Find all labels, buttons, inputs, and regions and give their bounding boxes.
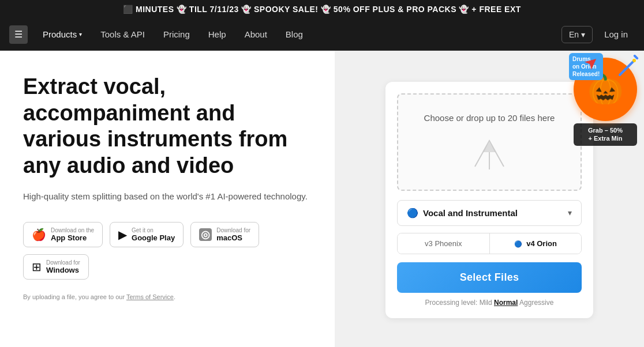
sparkle-icon bbox=[617, 55, 640, 78]
windows-name: Windows bbox=[46, 266, 80, 274]
chevron-down-icon: ▾ bbox=[568, 208, 572, 217]
tab-v4[interactable]: 🔵 v4 Orion bbox=[489, 233, 582, 254]
drop-zone[interactable]: Choose or drop up to 20 files here bbox=[397, 93, 582, 191]
google-play-icon: ▶ bbox=[118, 228, 127, 242]
drop-zone-text: Choose or drop up to 20 files here bbox=[424, 112, 555, 125]
svg-point-3 bbox=[632, 59, 636, 62]
app-store-label: Download on the bbox=[51, 227, 94, 233]
select-files-button[interactable]: Select Files bbox=[397, 262, 582, 293]
macos-button[interactable]: ◎ Download for macOS bbox=[190, 222, 259, 247]
hero-section: Extract vocal, accompaniment and various… bbox=[0, 51, 335, 347]
processing-prefix: Processing level: bbox=[425, 299, 478, 307]
chevron-down-icon: ▾ bbox=[581, 30, 585, 39]
google-play-label: Get it on bbox=[132, 227, 175, 233]
hero-title: Extract vocal, accompaniment and various… bbox=[23, 74, 312, 179]
app-store-button[interactable]: 🍎 Download on the App Store bbox=[23, 222, 103, 247]
nav-tools[interactable]: Tools & API bbox=[92, 25, 153, 44]
navbar: ☰ Products ▾ Tools & API Pricing Help Ab… bbox=[0, 18, 644, 51]
google-play-button[interactable]: ▶ Get it on Google Play bbox=[110, 222, 184, 247]
promo-widget[interactable]: Drums on Orion Released! 🎃 Grab – 50% + … bbox=[574, 58, 637, 146]
apple-icon: 🍎 bbox=[32, 228, 46, 242]
right-panel: Choose or drop up to 20 files here 🔵 Voc… bbox=[335, 51, 644, 347]
macos-icon: ◎ bbox=[199, 228, 212, 241]
nav-blog[interactable]: Blog bbox=[278, 25, 311, 44]
windows-icon: ⊞ bbox=[32, 260, 42, 274]
nav-products[interactable]: Products ▾ bbox=[35, 25, 90, 44]
terms-text: By uploading a file, you agree to our Te… bbox=[23, 293, 312, 300]
windows-button[interactable]: ⊞ Download for Windows bbox=[23, 254, 89, 280]
macos-label: Download for bbox=[216, 227, 250, 233]
tab-v4-label: v4 Orion bbox=[526, 239, 557, 248]
banner-text: ⬛ MINUTES 👻 TILL 7/11/23 👻 SPOOKY SALE! … bbox=[123, 5, 521, 14]
login-button[interactable]: Log in bbox=[597, 26, 635, 43]
model-label: Vocal and Instrumental bbox=[423, 208, 518, 218]
google-play-name: Google Play bbox=[132, 233, 175, 242]
navbar-left: ☰ Products ▾ Tools & API Pricing Help Ab… bbox=[9, 25, 311, 44]
upload-card: Choose or drop up to 20 files here 🔵 Voc… bbox=[385, 82, 593, 318]
processing-normal[interactable]: Normal bbox=[494, 299, 518, 307]
app-store-name: App Store bbox=[51, 233, 94, 242]
upload-icon-container bbox=[472, 132, 507, 172]
chevron-down-icon: ▾ bbox=[79, 31, 82, 37]
hero-subtitle: High-quality stem splitting based on the… bbox=[23, 190, 312, 203]
promo-cta: Grab – 50% + Extra Min bbox=[574, 123, 637, 146]
tab-v3-label: v3 Phoenix bbox=[425, 239, 462, 248]
nav-pricing[interactable]: Pricing bbox=[155, 25, 198, 44]
language-selector[interactable]: En ▾ bbox=[561, 26, 593, 43]
processing-levels: Processing level: Mild Normal Aggressive bbox=[397, 299, 582, 307]
promo-banner: ⬛ MINUTES 👻 TILL 7/11/23 👻 SPOOKY SALE! … bbox=[0, 0, 644, 18]
main-content: Extract vocal, accompaniment and various… bbox=[0, 51, 644, 347]
terms-link[interactable]: Terms of Service bbox=[126, 293, 174, 300]
tab-v3[interactable]: v3 Phoenix bbox=[398, 233, 489, 254]
nav-help[interactable]: Help bbox=[200, 25, 234, 44]
download-buttons: 🍎 Download on the App Store ▶ Get it on … bbox=[23, 222, 312, 280]
model-icon: 🔵 bbox=[407, 208, 418, 218]
macos-name: macOS bbox=[216, 233, 250, 242]
promo-pumpkin: Drums on Orion Released! 🎃 bbox=[574, 58, 637, 121]
navbar-right: En ▾ Log in bbox=[561, 26, 635, 43]
model-selector[interactable]: 🔵 Vocal and Instrumental ▾ bbox=[397, 200, 582, 226]
hamburger-button[interactable]: ☰ bbox=[9, 25, 28, 44]
upload-mountain-icon bbox=[472, 132, 507, 172]
version-tabs: v3 Phoenix 🔵 v4 Orion bbox=[397, 233, 582, 254]
svg-line-1 bbox=[620, 61, 634, 75]
windows-label: Download for bbox=[46, 259, 80, 266]
tab-v4-icon: 🔵 bbox=[514, 240, 522, 247]
nav-about[interactable]: About bbox=[237, 25, 275, 44]
